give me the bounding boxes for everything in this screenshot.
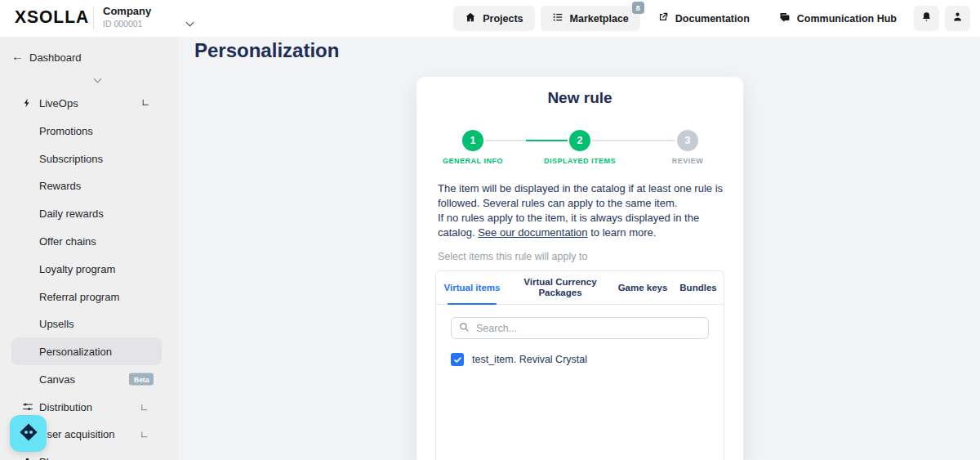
sidebar-back-dashboard[interactable]: ← Dashboard [0,46,178,69]
sidebar-item-label: User acquisition [39,428,115,440]
sidebar-item-label: Upsells [39,318,74,330]
xsolla-logo: XSOLLA [15,7,89,27]
documentation-link-inline[interactable]: See our documentation [478,226,587,239]
step-3-circle[interactable]: 3 [677,130,698,151]
step-2-label: DISPLAYED ITEMS [531,157,629,165]
chevron-down-icon[interactable] [187,14,193,29]
search-icon [459,321,470,336]
stepper-connector-1 [485,140,568,141]
modal-title: New rule [416,89,743,107]
step-3-label: REVIEW [639,157,737,165]
sidebar-item-label: LiveOps [39,97,78,109]
beta-badge: Beta [129,373,154,386]
sliders-icon [22,401,33,413]
projects-button[interactable]: Projects [453,6,534,31]
chevron-down-icon [139,427,152,440]
sidebar-item-label: Loyalty program [39,263,115,275]
sidebar-item-subscriptions[interactable]: Subscriptions [0,145,178,172]
item-catalog-panel: Virtual items Virtual Currency Packages … [435,270,724,460]
person-icon [22,457,33,460]
search-input[interactable] [476,323,701,334]
sidebar-item-label: Subscriptions [39,153,103,165]
item-search[interactable] [451,317,709,339]
sidebar-item-personalization[interactable]: Personalization [11,337,162,365]
catalog-list: test_item. Revival Crystal [436,305,724,366]
company-id: ID 000001 [103,19,151,29]
sidebar-item-promotions[interactable]: Promotions [0,117,178,145]
catalog-item-label: test_item. Revival Crystal [472,354,587,365]
sidebar-item-referral-program[interactable]: Referral program [0,283,178,310]
communication-hub-link[interactable]: Communication Hub [767,6,908,31]
sidebar-item-label: Promotions [39,125,93,137]
app-screen: XSOLLA Company ID 000001 Projects Market… [0,0,980,460]
marketplace-badge: 8 [632,2,644,14]
marketplace-label: Marketplace [570,13,629,25]
person-icon [951,11,964,26]
top-navigation: Projects Marketplace 8 Documentation Co [453,6,970,31]
tab-virtual-currency-packages[interactable]: Virtual Currency Packages [508,271,612,304]
back-arrow-icon: ← [11,49,24,63]
collapsed-item-chevron-icon [95,70,100,85]
xsolla-chat-icon [18,422,39,446]
new-rule-modal: New rule 1 2 3 GENERAL INFO DISPLAYED IT… [416,77,743,460]
support-chat-widget[interactable] [10,415,47,452]
catalog-tabs: Virtual items Virtual Currency Packages … [436,271,724,305]
sidebar-item-label: Daily rewards [39,208,104,220]
communication-hub-label: Communication Hub [797,13,897,25]
sidebar-item-label: Offer chains [39,235,96,248]
bell-icon [920,11,933,26]
marketplace-button[interactable]: Marketplace 8 [541,6,640,31]
select-items-label: Select items this rule will apply to [438,251,587,262]
home-icon [465,11,476,25]
tab-virtual-items[interactable]: Virtual items [436,271,508,304]
description-paragraph-1: The item will be displayed in the catalo… [438,181,730,211]
company-selector[interactable]: Company ID 000001 [103,5,151,29]
step-2-circle[interactable]: 2 [569,130,590,151]
sidebar-item-label: Personalization [39,346,112,358]
checked-checkbox[interactable] [451,353,464,366]
notifications-button[interactable] [914,6,939,31]
sidebar-item-loyalty-program[interactable]: Loyalty program [0,255,178,283]
divider [93,7,94,30]
projects-label: Projects [483,13,523,25]
chevron-up-icon [139,96,152,109]
sidebar-item-daily-rewards[interactable]: Daily rewards [0,199,178,227]
sidebar-item-canvas[interactable]: Canvas Beta [0,365,178,393]
tab-game-keys[interactable]: Game keys [612,271,673,304]
topbar: XSOLLA Company ID 000001 Projects Market… [0,0,980,37]
page-title: Personalization [194,39,339,62]
step-1-circle[interactable]: 1 [462,130,483,151]
description-paragraph-2: If no rules apply to the item, it is alw… [438,211,730,240]
list-icon [552,11,564,25]
sidebar-item-label: Distribution [39,401,92,413]
sidebar-item-rewards[interactable]: Rewards [0,172,178,199]
sidebar-item-label: Players [39,456,74,460]
sidebar-item-liveops[interactable]: LiveOps [0,89,178,117]
description-text: to learn more. [588,226,657,239]
lightning-icon [22,97,33,109]
dashboard-label: Dashboard [29,51,82,64]
documentation-label: Documentation [675,13,750,25]
rule-description: The item will be displayed in the catalo… [438,181,730,240]
step-1-label: GENERAL INFO [424,157,522,165]
sidebar-item-upsells[interactable]: Upsells [0,310,178,337]
company-name: Company [103,5,151,17]
chevron-down-icon [139,400,152,413]
tab-bundles[interactable]: Bundles [673,271,724,304]
sidebar-item-label: Rewards [39,180,81,192]
chat-icon [778,11,791,26]
sidebar: ← Dashboard LiveOps Promotions Subscript… [0,37,178,460]
sidebar-item-label: Canvas [39,373,75,386]
sidebar-item-offer-chains[interactable]: Offer chains [0,227,178,255]
account-button[interactable] [945,6,970,31]
stepper-connector-2 [592,140,675,141]
catalog-item-row[interactable]: test_item. Revival Crystal [451,353,709,366]
sidebar-item-label: Referral program [39,291,119,303]
documentation-link[interactable]: Documentation [646,6,761,31]
external-link-icon [657,11,669,25]
